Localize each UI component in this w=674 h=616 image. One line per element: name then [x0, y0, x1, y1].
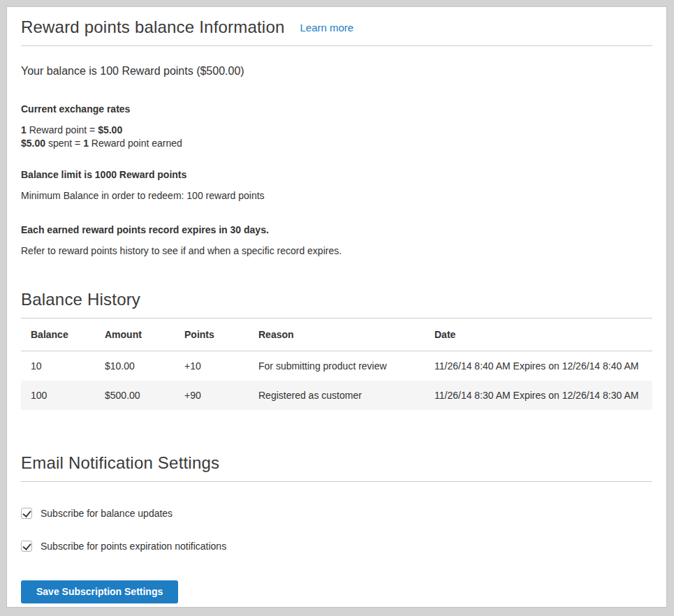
balance-limit-label: Balance limit is 1000 Reward points: [21, 169, 652, 180]
rate2-amount: $5.00: [21, 138, 45, 149]
card-content: Reward points balance Information Learn …: [7, 17, 666, 603]
cell-points: +90: [175, 381, 249, 410]
table-header-row: Balance Amount Points Reason Date: [21, 318, 652, 351]
save-subscription-button[interactable]: Save Subscription Settings: [21, 580, 178, 603]
expiry-rule-label: Each earned reward points record expires…: [21, 224, 652, 235]
reward-points-card: Reward points balance Information Learn …: [6, 6, 667, 608]
exchange-rate-line-2: $5.00 spent = 1 Reward point earned: [21, 137, 652, 150]
cell-reason: For submitting product review: [249, 351, 425, 381]
header-divider: [21, 45, 652, 46]
learn-more-link[interactable]: Learn more: [300, 22, 353, 34]
column-header-points: Points: [175, 318, 249, 351]
column-header-balance: Balance: [21, 318, 95, 351]
cell-balance: 10: [21, 351, 95, 381]
column-header-reason: Reason: [249, 318, 425, 351]
balance-updates-label[interactable]: Subscribe for balance updates: [41, 508, 173, 519]
expiration-notifications-option: Subscribe for points expiration notifica…: [21, 541, 652, 552]
cell-reason: Registered as customer: [249, 381, 425, 410]
balance-history-table: Balance Amount Points Reason Date 10 $10…: [21, 318, 652, 410]
expiry-note-text: Refer to reward points history to see if…: [21, 244, 652, 258]
balance-updates-checkbox[interactable]: [21, 508, 32, 519]
balance-history-heading: Balance History: [21, 290, 652, 309]
page-header: Reward points balance Information Learn …: [21, 17, 652, 37]
exchange-rate-line-1: 1 Reward point = $5.00: [21, 124, 652, 137]
minimum-redeem-text: Minimum Balance in order to redeem: 100 …: [21, 189, 652, 203]
cell-amount: $500.00: [95, 381, 175, 410]
cell-date: 11/26/14 8:40 AM Expires on 12/26/14 8:4…: [425, 351, 652, 381]
email-settings-divider: [21, 481, 652, 482]
column-header-amount: Amount: [95, 318, 175, 351]
table-row: 100 $500.00 +90 Registered as customer 1…: [21, 381, 652, 410]
cell-balance: 100: [21, 381, 95, 410]
expiration-notifications-label[interactable]: Subscribe for points expiration notifica…: [41, 541, 226, 552]
cell-amount: $10.00: [95, 351, 175, 381]
rate1-amount: $5.00: [98, 124, 122, 135]
rate2-points: 1: [83, 138, 89, 149]
table-row: 10 $10.00 +10 For submitting product rev…: [21, 351, 652, 381]
column-header-date: Date: [425, 318, 652, 351]
page-title: Reward points balance Information: [21, 17, 284, 37]
cell-points: +10: [175, 351, 249, 381]
rate1-points: 1: [21, 124, 27, 135]
cell-date: 11/26/14 8:30 AM Expires on 12/26/14 8:3…: [425, 381, 652, 410]
balance-summary: Your balance is 100 Reward points ($500.…: [21, 65, 652, 78]
exchange-rates-heading: Current exchange rates: [21, 103, 652, 115]
balance-updates-option: Subscribe for balance updates: [21, 508, 652, 519]
email-settings-heading: Email Notification Settings: [21, 453, 652, 473]
expiration-notifications-checkbox[interactable]: [21, 541, 32, 552]
